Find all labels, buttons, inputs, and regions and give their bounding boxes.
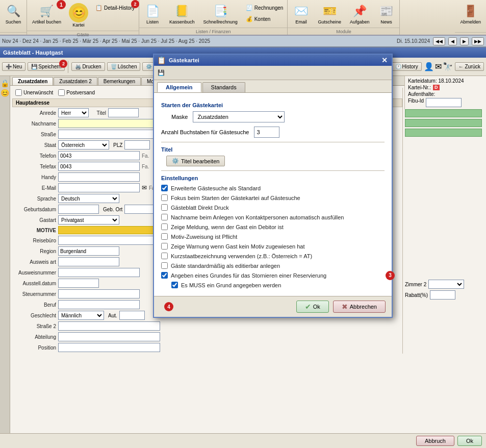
nachname-label: Nachname — [15, 121, 56, 127]
unerwuenscht-cb[interactable] — [15, 89, 22, 96]
beruf-input[interactable] — [58, 300, 140, 309]
strasse2-input[interactable] — [58, 321, 160, 331]
fibu-input[interactable] — [426, 98, 462, 107]
abmelden-button[interactable]: 🚪 Abmelden — [457, 2, 484, 26]
abmelden-section-label — [455, 32, 486, 35]
neu-icon: ➕ — [6, 64, 12, 69]
cb4[interactable] — [161, 214, 168, 220]
steuernummer-input[interactable] — [58, 289, 140, 298]
nav-next-button[interactable]: ▶ — [460, 37, 469, 45]
zimmer2-select[interactable] — [428, 280, 464, 289]
history-button[interactable]: 🕐 History — [392, 62, 422, 71]
ribbon-section-gaeste: 🛒 Artikel buchen 1 😊 Kartei 📋 Detail-His… — [27, 0, 139, 35]
email-button[interactable]: ✉️ Email — [290, 2, 312, 26]
cb10[interactable] — [161, 272, 168, 279]
telefon-fa-label: Fa. — [142, 153, 149, 159]
artikel-buchen-button[interactable]: 🛒 Artikel buchen 1 — [29, 2, 64, 26]
anrede-select[interactable]: Herr — [58, 108, 89, 117]
cb8[interactable] — [161, 253, 168, 259]
news-button[interactable]: 📰 News — [375, 2, 397, 26]
einstellungen-section-title: Einstellungen — [161, 175, 385, 181]
postversand-label[interactable]: Postversand — [58, 89, 95, 96]
nachname-input[interactable] — [58, 119, 160, 128]
detail-history-button[interactable]: 📋 Detail-History 2 — [93, 3, 137, 13]
dialog-title-left: 📋 Gästekartei — [157, 56, 199, 64]
dialog-tab-standards[interactable]: Standards — [202, 82, 245, 92]
schnellrechnung-button[interactable]: 📑 Schnellrechnung — [200, 2, 241, 26]
suchen-button[interactable]: 🔍 Suchen — [2, 2, 24, 26]
ok-main-button[interactable]: Ok — [457, 436, 482, 446]
unerwuenscht-label[interactable]: Unerwünscht — [15, 89, 53, 96]
gutscheine-button[interactable]: 🎫 Gutscheine — [315, 2, 344, 26]
aut-input[interactable] — [119, 311, 145, 320]
ausweisnummer-input[interactable] — [58, 268, 140, 277]
ausweis-label: Ausweis art — [15, 259, 56, 265]
postversand-cb[interactable] — [58, 89, 65, 96]
abbruch-button[interactable]: Abbruch — [416, 436, 454, 446]
drucken-button[interactable]: 🖨️ Drucken — [71, 62, 105, 71]
abteilung-input[interactable] — [58, 332, 160, 341]
region-input[interactable] — [58, 246, 119, 256]
tab-zusatzdaten2[interactable]: Zusatzdaten 2 — [54, 77, 97, 85]
cb7[interactable] — [161, 243, 168, 250]
cb9[interactable] — [161, 262, 168, 269]
rechnungen-button[interactable]: 🧾 Rechnungen — [243, 3, 286, 13]
nav-right-button[interactable]: ▶▶ — [472, 37, 484, 45]
neu-button[interactable]: ➕ Neu — [2, 62, 25, 71]
cb-row-2: Fokus beim Starten der Gästekartei auf G… — [161, 194, 385, 202]
nav-left-button[interactable]: ◀◀ — [433, 37, 445, 45]
anzahl-label: Anzahl Buchstaben für Gästesuche — [161, 129, 249, 135]
speichern-button[interactable]: 💾 Speichern 2 — [28, 62, 65, 71]
position-input[interactable] — [58, 343, 160, 352]
kassenbuch-button[interactable]: 📒 Kassenbuch — [166, 2, 198, 26]
handy-input[interactable] — [58, 172, 140, 182]
cb5[interactable] — [161, 223, 168, 230]
ausweis-input[interactable] — [58, 257, 119, 266]
cb3[interactable] — [161, 204, 168, 211]
tab-bemerkungen[interactable]: Bemerkungen — [98, 77, 141, 85]
sprache-select[interactable]: Deutsch — [58, 194, 119, 203]
ok-dialog-button[interactable]: ✔ Ok — [296, 301, 329, 313]
cb11[interactable] — [171, 282, 178, 288]
geburtsdatum-input[interactable] — [58, 205, 99, 214]
plz-input[interactable] — [124, 140, 150, 150]
aufenthalte-label: Aufenthalte: — [408, 91, 483, 97]
aufgaben-button[interactable]: 📌 Aufgaben — [347, 2, 373, 26]
loeschen-button[interactable]: 🗑️ Löschen — [107, 62, 141, 71]
cb-row-8: Kurzstaatbezeichnung verwenden (z.B.: Ös… — [161, 252, 385, 260]
strasse-input[interactable] — [58, 130, 160, 139]
cb8-label: Kurzstaatbezeichnung verwenden (z.B.: Ös… — [171, 253, 312, 259]
loeschen-icon: 🗑️ — [111, 64, 117, 69]
gastart-select[interactable]: Privatgast — [58, 215, 119, 225]
telefon-input[interactable] — [58, 151, 140, 160]
ausstell-input[interactable] — [58, 279, 99, 288]
kartei-button[interactable]: 😊 Kartei — [66, 2, 91, 29]
geschlecht-select[interactable]: Männlich — [58, 311, 104, 320]
email-input[interactable] — [58, 183, 140, 192]
cb2[interactable] — [161, 194, 168, 201]
footer-buttons: Abbruch Ok — [416, 436, 482, 446]
dialog-tab-allgemein[interactable]: Allgemein — [157, 82, 201, 92]
dialog-close-button[interactable]: ✕ — [380, 56, 389, 64]
anzahl-input[interactable] — [254, 127, 279, 138]
abbrechen-dialog-button[interactable]: ✖ Abbrechen — [333, 301, 386, 313]
rabatt-input[interactable] — [430, 290, 455, 300]
tab-zusatzdaten[interactable]: Zusatzdaten — [12, 77, 53, 85]
cb1[interactable] — [161, 185, 168, 191]
maske-select[interactable]: Zusatzdaten Allgemein Bemerkungen — [193, 111, 285, 122]
rabatt-container: Rabatt(%) — [405, 290, 482, 300]
dialog-save-button[interactable]: 💾 — [156, 68, 166, 78]
staat-select[interactable]: Österreich — [58, 140, 109, 150]
reisebuero-input[interactable] — [58, 236, 160, 245]
listen-button[interactable]: 📄 Listen — [141, 2, 164, 26]
abteilung-row: Abteilung — [12, 332, 402, 341]
ribbon-section-module: ✉️ Email 🎫 Gutscheine 📌 Aufgaben 📰 News … — [288, 0, 400, 35]
cb6[interactable] — [161, 233, 168, 240]
titel-input[interactable] — [108, 108, 139, 117]
zurueck-button[interactable]: ← Zurück — [455, 62, 484, 71]
nav-prev-button[interactable]: ◀ — [448, 37, 457, 45]
konten-button[interactable]: 💰 Konten — [243, 14, 286, 24]
main-window-footer: Abbruch Ok — [0, 433, 486, 448]
telefax-input[interactable] — [58, 162, 140, 171]
titel-bearbeiten-button[interactable]: ⚙️ Titel bearbeiten — [166, 156, 225, 166]
